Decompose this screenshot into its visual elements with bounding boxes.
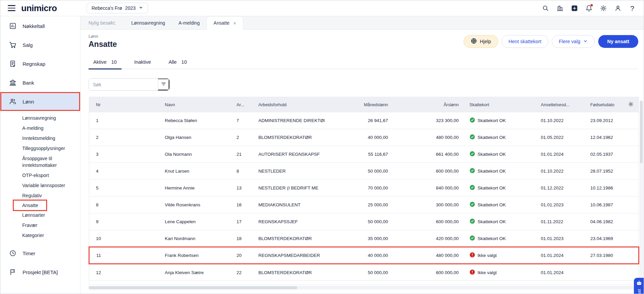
sidebar: NøkkeltallSalgRegnskapBankLønnLønnsavreg…: [0, 16, 80, 294]
horizontal-scrollbar[interactable]: [89, 286, 638, 290]
vertical-scrollbar-thumb[interactable]: [640, 101, 643, 163]
tab-a-melding[interactable]: A-melding: [172, 16, 206, 29]
table-row[interactable]: 1Rebecca Stølen7ADMINISTRERENDE DIREKTØR…: [89, 112, 639, 129]
cell-arbeidsforhold: REGNSKAPSMEDARBEIDER: [259, 247, 341, 264]
column-header-manedslonn[interactable]: Månedslønn: [341, 97, 389, 112]
sidebar-subitem-otp-eksport[interactable]: OTP-eksport: [22, 170, 49, 180]
gear-icon[interactable]: [599, 4, 607, 12]
arbeidsforhold-text: AUTORISERT REGNSKAPSF: [259, 152, 320, 157]
cell-ansettelsesdato: 01.01.2024: [531, 146, 580, 163]
column-header-fodselsdato[interactable]: Fødselsdato: [580, 97, 619, 112]
table-row[interactable]: 11Frank Robertsen20REGNSKAPSMEDARBEIDER4…: [89, 247, 639, 264]
column-header-skattekort[interactable]: Skattekort: [460, 97, 531, 112]
sidebar-subitem-regulativ[interactable]: Regulativ: [22, 190, 42, 201]
sidebar-item-n-kkeltall[interactable]: Nøkkeltall: [0, 17, 80, 35]
sidebar-subitem-tilleggsopplysninger[interactable]: Tilleggsopplysninger: [22, 143, 65, 153]
sidebar-subitem-frav-r[interactable]: Fravær: [22, 220, 37, 230]
skattekort-status-text: Skattekort OK: [478, 185, 506, 190]
page-actions: HjelpHent skattekortFlere valgNy ansatt: [464, 35, 638, 48]
chat-tab[interactable]: Chat: [634, 278, 644, 294]
hjelp-button[interactable]: Hjelp: [464, 35, 498, 48]
table-row[interactable]: 12Anja Kleiven Sætre22BLOMSTERDEKORATØR5…: [89, 264, 639, 281]
skattekort-status-text: Skattekort OK: [478, 118, 506, 123]
bell-icon[interactable]: [585, 4, 593, 12]
cell-actions: [619, 163, 639, 180]
cell-arbeidsforhold: BLOMSTERDEKORATØR: [259, 129, 341, 146]
table-row[interactable]: 3Ola Normann21AUTORISERT REGNSKAPSF55 11…: [89, 146, 639, 163]
filter-tab-inaktive[interactable]: Inaktive: [130, 56, 156, 69]
sidebar-subitem-a-melding[interactable]: A-melding: [22, 123, 43, 133]
filter-tab-count: 10: [111, 59, 117, 65]
cell-nr: 3: [89, 146, 165, 163]
flere-valg-button[interactable]: Flere valg: [552, 35, 595, 48]
plus-square-icon[interactable]: [570, 4, 578, 12]
cell-arbeidsforhold: ADMINISTRERENDE DIREKTØR: [259, 112, 341, 129]
column-settings-icon[interactable]: [628, 101, 634, 108]
cell-ar: 21: [237, 146, 259, 163]
column-header-arslonn[interactable]: Årslønn: [389, 97, 460, 112]
recent-tab-strip: Nylig besøkt: LønnsavregningA-meldingAns…: [80, 16, 644, 30]
table-row[interactable]: 4Knut Larsen8NESTLEDER50 000,00600 000,0…: [89, 163, 639, 180]
sidebar-subitem-inntektsmelding[interactable]: Inntektsmelding: [22, 133, 55, 143]
question-icon[interactable]: ?: [628, 4, 636, 12]
column-header-ansettelsesdato[interactable]: Ansettelsesd...: [531, 97, 580, 112]
sidebar-item-salg[interactable]: Salg: [0, 35, 80, 54]
cell-navn: Anja Kleiven Sætre: [165, 264, 237, 281]
cell-manedslonn: 25 000,00: [341, 197, 389, 213]
table-row[interactable]: 9Lene Cappelen17REGNSKAPSSJEF50 000,0060…: [89, 213, 639, 230]
sidebar-item-label: Regnskap: [23, 61, 45, 67]
cell-ansettelsesdato: 01.10.2022: [531, 163, 580, 180]
horizontal-scrollbar-thumb[interactable]: [89, 286, 297, 289]
vertical-scrollbar[interactable]: [640, 100, 643, 289]
user-icon[interactable]: [614, 4, 622, 12]
ny-ansatt-button[interactable]: Ny ansatt: [598, 35, 638, 48]
column-header-nr[interactable]: Nr: [89, 97, 165, 112]
sidebar-subitem-ansatte[interactable]: Ansatte: [14, 201, 46, 210]
menu-icon[interactable]: [8, 5, 15, 11]
sidebar-subitem-l-nnsavregning[interactable]: Lønnsavregning: [22, 113, 56, 123]
sidebar-item-timer[interactable]: Timer: [0, 244, 80, 263]
chat-tab-label: Chat: [637, 289, 642, 294]
sidebar-item-l-nn[interactable]: Lønn: [0, 92, 80, 111]
skattekort-status-text: Skattekort OK: [478, 152, 506, 157]
hent-skattekort-button[interactable]: Hent skattekort: [502, 35, 549, 48]
table-row[interactable]: 2Olga Hansen2BLOMSTERDEKORATØR40 000,004…: [89, 129, 639, 146]
clock-icon: [9, 249, 17, 257]
column-header-navn[interactable]: Navn: [165, 97, 237, 112]
app-window: unimicro Rebecca's Frø 2023 ? Nøkkeltall…: [0, 0, 644, 294]
column-header-arbeidsforhold[interactable]: Arbeidsforhold: [259, 97, 341, 112]
cell-actions: [619, 230, 639, 247]
sidebar-item-bank[interactable]: Bank: [0, 73, 80, 92]
close-icon[interactable]: ×: [233, 21, 236, 26]
search-input[interactable]: [89, 79, 158, 90]
sidebar-subitem-l-nnsarter[interactable]: Lønnsarter: [22, 210, 45, 220]
sidebar-item-prosjekt-beta[interactable]: Prosjekt [BETA]: [0, 263, 80, 282]
company-selector[interactable]: Rebecca's Frø 2023: [87, 3, 148, 13]
page-title: Ansatte: [89, 40, 117, 49]
sidebar-subitem-kategorier[interactable]: Kategorier: [22, 230, 44, 240]
sidebar-item-label: Nøkkeltall: [23, 23, 45, 29]
search-icon[interactable]: [541, 4, 549, 12]
table-row[interactable]: 8Vilde Rosenkrans16MEDIAKONSULENT25 000,…: [89, 197, 639, 213]
page-header: Lønn Ansatte HjelpHent skattekortFlere v…: [80, 30, 644, 53]
sidebar-item-label: Bank: [23, 80, 34, 86]
table-row[interactable]: 10Kari Nordmann18BLOMSTERDEKORATØR35 000…: [89, 230, 639, 247]
cell-fodselsdato: 04.06.1982: [580, 213, 619, 230]
tab-l-nnsavregning[interactable]: Lønnsavregning: [125, 16, 172, 29]
building-icon[interactable]: [556, 4, 564, 12]
filter-tab-alle[interactable]: Alle10: [164, 56, 192, 69]
sidebar-item-regnskap[interactable]: Regnskap: [0, 54, 80, 73]
tab-ansatte[interactable]: Ansatte×: [206, 16, 243, 30]
column-header-ar[interactable]: Ar...: [237, 97, 259, 112]
people-icon: [9, 97, 17, 106]
sidebar-subitem-rsoppgave-til-inntektsmottaker[interactable]: Årsoppgave til inntektsmottaker: [22, 153, 75, 170]
cell-arbeidsforhold: BLOMSTERDEKORATØR: [259, 264, 341, 281]
filter-button[interactable]: [158, 79, 169, 90]
cell-nr: 9: [89, 213, 165, 230]
button-label: Hjelp: [480, 39, 491, 44]
content: Aktive10InaktiveAlle10 NrNavnAr...Arbeid…: [80, 56, 644, 290]
filter-tab-aktive[interactable]: Aktive10: [89, 56, 122, 69]
cell-ar: 2: [237, 129, 259, 146]
table-row[interactable]: 5Hermine Annie13NESTLEDER (I BEDRIFT ME7…: [89, 180, 639, 197]
sidebar-subitem-variable-l-nnsposter[interactable]: Variable lønnsposter: [22, 180, 65, 190]
